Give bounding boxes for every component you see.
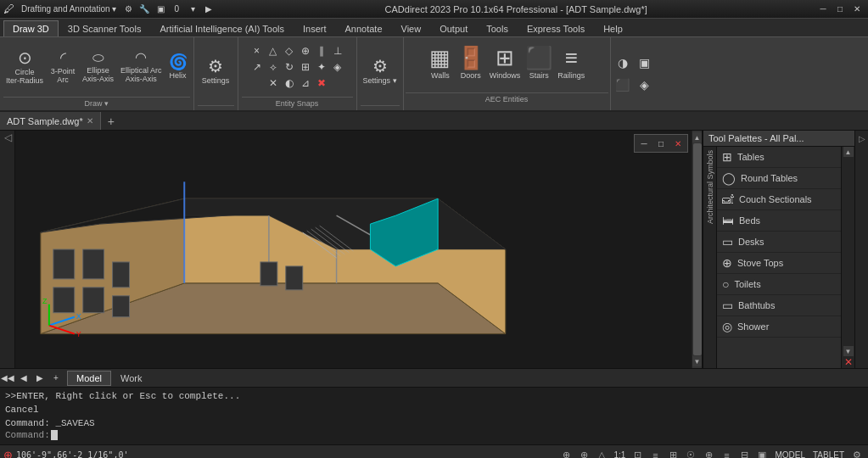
snap-center[interactable]: ◇: [282, 43, 297, 59]
tab-annotate[interactable]: Annotate: [335, 20, 391, 36]
scroll-first-btn[interactable]: ◀◀: [0, 371, 15, 385]
doors-button[interactable]: 🚪 Doors: [456, 43, 486, 81]
extra-icon-3[interactable]: ⬛: [613, 75, 633, 95]
snap-endpoint[interactable]: ×: [249, 43, 265, 59]
qat-icon1[interactable]: ⚙: [120, 3, 136, 16]
scroll-up-button[interactable]: ▲: [692, 132, 703, 142]
viewport-scrollbar-v[interactable]: ▲ ▼: [692, 131, 702, 368]
list-item[interactable]: ▭ Bathtubs: [717, 295, 841, 316]
palette-close-icon[interactable]: ✕: [844, 356, 853, 368]
doc-tab-adt[interactable]: ADT Sample.dwg* ✕: [0, 112, 101, 130]
tab-insert[interactable]: Insert: [294, 20, 336, 36]
tab-express[interactable]: Express Tools: [518, 20, 594, 36]
snap-half[interactable]: ◐: [282, 75, 297, 91]
list-item[interactable]: 🛏 Beds: [717, 210, 841, 232]
status-gear-icon[interactable]: ⚙: [849, 448, 865, 459]
close-button[interactable]: ✕: [849, 3, 865, 16]
tab-output[interactable]: Output: [430, 20, 477, 36]
aec-entities-label: AEC Entities: [406, 92, 608, 104]
qat-workspace-dropdown[interactable]: Drafting and Annotation ▾: [18, 3, 120, 16]
snap-corner[interactable]: ⊿: [298, 75, 313, 91]
snap-midpoint[interactable]: △: [266, 43, 281, 59]
viewport-nav: ─ □ ✕: [634, 134, 688, 153]
palette-scroll-down[interactable]: ▼: [843, 346, 854, 356]
list-item[interactable]: ⊕ Stove Tops: [717, 253, 841, 274]
status-menu-icon[interactable]: ≡: [647, 448, 663, 459]
viewport-nav-close[interactable]: ✕: [670, 137, 686, 150]
scroll-next-btn[interactable]: ▶: [32, 371, 48, 385]
command-input-line[interactable]: Command:: [5, 430, 863, 440]
viewport-nav-max[interactable]: □: [653, 137, 669, 150]
model-tab-model[interactable]: Model: [67, 371, 111, 386]
status-ortho-icon[interactable]: △: [594, 448, 609, 459]
snap-grid[interactable]: ⊞: [298, 59, 313, 75]
palette-scroll-up[interactable]: ▲: [843, 147, 854, 157]
arc-button[interactable]: ◜ 3-PointArc: [48, 48, 78, 86]
qat-icon2[interactable]: 🔧: [137, 3, 152, 16]
snap-star[interactable]: ✦: [314, 59, 329, 75]
windows-button[interactable]: ⊞ Windows: [488, 43, 523, 81]
left-panel-icon[interactable]: ◁: [0, 131, 15, 144]
qat-icon3[interactable]: ▣: [153, 3, 168, 16]
list-item[interactable]: ◎ Shower: [717, 316, 841, 338]
right-panel-icon[interactable]: ▷: [859, 131, 865, 147]
scroll-thumb[interactable]: [693, 143, 702, 355]
qat-run[interactable]: ▶: [201, 3, 216, 16]
settings2-button[interactable]: ⚙ Settings ▾: [361, 56, 400, 87]
status-square-icon[interactable]: ▣: [754, 448, 770, 459]
tab-view[interactable]: View: [392, 20, 431, 36]
status-grid2-icon[interactable]: ⊞: [665, 448, 680, 459]
status-lines-icon[interactable]: ≡: [719, 448, 734, 459]
snap-x[interactable]: ✖: [314, 75, 329, 91]
tab-3dscanner[interactable]: 3D Scanner Tools: [59, 20, 151, 36]
doc-tab-add-button[interactable]: +: [101, 114, 121, 128]
settings-button[interactable]: ⚙ Settings: [199, 56, 232, 87]
qat-icon4[interactable]: 0: [169, 3, 184, 16]
list-item[interactable]: ◯ Round Tables: [717, 168, 841, 189]
status-circle-icon[interactable]: ☉: [683, 448, 698, 459]
snap-diamond[interactable]: ◈: [330, 59, 345, 75]
status-minus-icon[interactable]: ⊟: [736, 448, 752, 459]
doc-tab-close-icon[interactable]: ✕: [87, 116, 93, 126]
snap-node[interactable]: ⊕: [298, 43, 313, 59]
scroll-last-btn[interactable]: +: [48, 371, 64, 385]
ellipse-button[interactable]: ⬭ EllipseAxis-Axis: [80, 49, 116, 85]
helix-button[interactable]: 🌀 Helix: [166, 53, 190, 81]
viewport-nav-min[interactable]: ─: [636, 137, 652, 150]
qat-dropdown[interactable]: ▾: [185, 3, 200, 16]
circle-button[interactable]: ⊙ CircleIter-Radius: [3, 47, 46, 87]
snap-nearest[interactable]: ⟡: [266, 59, 281, 75]
tab-tools[interactable]: Tools: [477, 20, 518, 36]
extra-icon-4[interactable]: ◈: [635, 75, 655, 95]
maximize-button[interactable]: □: [832, 3, 848, 16]
snap-rotate[interactable]: ↻: [282, 59, 297, 75]
list-item[interactable]: ⊞ Tables: [717, 147, 841, 168]
list-item[interactable]: 🛋 Couch Sectionals: [717, 189, 841, 210]
list-item[interactable]: ▭ Desks: [717, 232, 841, 253]
tab-ai[interactable]: Artificial Intelligence (AI) Tools: [150, 20, 294, 36]
elliptical-arc-button[interactable]: ◠ Elliptical ArcAxis-Axis: [118, 49, 165, 85]
snap-tangent[interactable]: ↗: [249, 59, 265, 75]
snap-perpendicular[interactable]: ⊥: [330, 43, 345, 59]
list-item[interactable]: ○ Toilets: [717, 274, 841, 295]
stairs-button[interactable]: ⬛ Stairs: [524, 43, 554, 81]
walls-button[interactable]: ▦ Walls: [427, 43, 454, 81]
draw-group-label[interactable]: Draw ▾: [3, 97, 190, 109]
scroll-down-button[interactable]: ▼: [692, 356, 703, 366]
extra-icon-2[interactable]: ▣: [635, 53, 655, 73]
railings-button[interactable]: ≡ Railings: [556, 43, 586, 81]
tab-help[interactable]: Help: [594, 20, 632, 36]
model-tab-work[interactable]: Work: [111, 371, 151, 386]
tab-draw3d[interactable]: Draw 3D: [3, 20, 59, 36]
status-box-icon[interactable]: ⊡: [630, 448, 645, 459]
scroll-prev-btn[interactable]: ◀: [16, 371, 31, 385]
status-plus-icon[interactable]: ⊕: [701, 448, 716, 459]
minimize-button[interactable]: ─: [815, 3, 831, 16]
snap-cross[interactable]: ✕: [266, 75, 281, 91]
extra-icon-1[interactable]: ◑: [613, 53, 633, 73]
snap-parallel[interactable]: ∥: [314, 43, 329, 59]
viewport[interactable]: X Y Z ─ □ ✕: [15, 131, 692, 368]
status-snap-icon[interactable]: ⊕: [558, 448, 574, 459]
status-grid-icon[interactable]: ⊕: [576, 448, 591, 459]
cad-drawing: X Y Z: [15, 131, 692, 368]
